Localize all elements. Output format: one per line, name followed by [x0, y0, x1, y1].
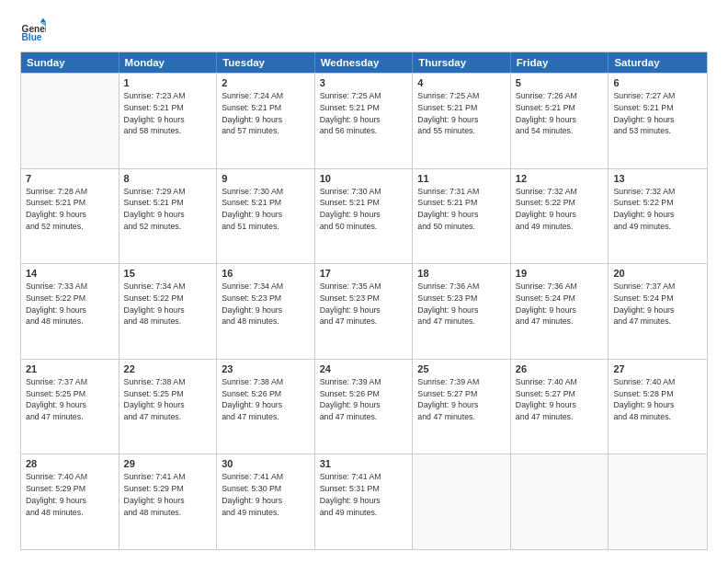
header-day-wednesday: Wednesday	[315, 52, 414, 73]
day-number: 23	[222, 363, 310, 374]
cal-cell: 24Sunrise: 7:39 AMSunset: 5:26 PMDayligh…	[315, 360, 414, 454]
day-info: Sunrise: 7:38 AMSunset: 5:26 PMDaylight:…	[222, 376, 310, 423]
cal-cell: 19Sunrise: 7:36 AMSunset: 5:24 PMDayligh…	[511, 264, 609, 359]
day-info: Sunrise: 7:40 AMSunset: 5:28 PMDaylight:…	[613, 376, 702, 423]
day-number: 13	[613, 173, 702, 184]
cal-cell: 4Sunrise: 7:25 AMSunset: 5:21 PMDaylight…	[413, 74, 511, 168]
cal-cell: 22Sunrise: 7:38 AMSunset: 5:25 PMDayligh…	[119, 360, 218, 454]
day-info: Sunrise: 7:38 AMSunset: 5:25 PMDaylight:…	[124, 376, 212, 423]
svg-text:Blue: Blue	[22, 32, 42, 42]
day-number: 9	[222, 173, 310, 184]
cal-cell: 15Sunrise: 7:34 AMSunset: 5:22 PMDayligh…	[119, 264, 218, 359]
header-day-monday: Monday	[119, 52, 218, 73]
day-number: 12	[516, 173, 604, 184]
day-info: Sunrise: 7:35 AMSunset: 5:23 PMDaylight:…	[320, 281, 408, 327]
cal-cell: 31Sunrise: 7:41 AMSunset: 5:31 PMDayligh…	[315, 454, 414, 549]
day-number: 28	[26, 458, 114, 469]
day-info: Sunrise: 7:41 AMSunset: 5:31 PMDaylight:…	[320, 471, 408, 518]
cal-cell: 29Sunrise: 7:41 AMSunset: 5:29 PMDayligh…	[119, 454, 218, 549]
day-number: 20	[613, 268, 702, 279]
day-number: 31	[320, 458, 408, 469]
cal-cell	[609, 454, 707, 549]
day-info: Sunrise: 7:40 AMSunset: 5:29 PMDaylight:…	[26, 471, 114, 518]
day-info: Sunrise: 7:39 AMSunset: 5:26 PMDaylight:…	[320, 376, 408, 423]
logo: General Blue	[20, 17, 46, 42]
day-number: 21	[26, 363, 114, 374]
cal-cell: 13Sunrise: 7:32 AMSunset: 5:22 PMDayligh…	[609, 169, 707, 264]
cal-cell: 20Sunrise: 7:37 AMSunset: 5:24 PMDayligh…	[609, 264, 707, 359]
day-number: 26	[516, 363, 604, 374]
calendar-header: SundayMondayTuesdayWednesdayThursdayFrid…	[21, 52, 707, 73]
cal-cell: 6Sunrise: 7:27 AMSunset: 5:21 PMDaylight…	[609, 74, 707, 168]
calendar-body: 1Sunrise: 7:23 AMSunset: 5:21 PMDaylight…	[21, 73, 707, 549]
week-row-1: 1Sunrise: 7:23 AMSunset: 5:21 PMDaylight…	[21, 73, 707, 168]
day-number: 18	[417, 268, 506, 279]
header-day-thursday: Thursday	[413, 52, 511, 73]
cal-cell: 27Sunrise: 7:40 AMSunset: 5:28 PMDayligh…	[609, 360, 707, 454]
day-info: Sunrise: 7:40 AMSunset: 5:27 PMDaylight:…	[516, 376, 604, 423]
day-number: 17	[320, 268, 408, 279]
week-row-5: 28Sunrise: 7:40 AMSunset: 5:29 PMDayligh…	[21, 454, 707, 549]
header-day-saturday: Saturday	[609, 52, 707, 73]
cal-cell: 26Sunrise: 7:40 AMSunset: 5:27 PMDayligh…	[511, 360, 609, 454]
day-info: Sunrise: 7:25 AMSunset: 5:21 PMDaylight:…	[417, 90, 506, 137]
day-info: Sunrise: 7:36 AMSunset: 5:23 PMDaylight:…	[417, 281, 506, 327]
day-info: Sunrise: 7:29 AMSunset: 5:21 PMDaylight:…	[124, 186, 212, 233]
cal-cell: 21Sunrise: 7:37 AMSunset: 5:25 PMDayligh…	[21, 360, 119, 454]
day-number: 6	[613, 77, 702, 88]
cal-cell: 2Sunrise: 7:24 AMSunset: 5:21 PMDaylight…	[217, 74, 315, 168]
day-number: 30	[222, 458, 310, 469]
cal-cell: 16Sunrise: 7:34 AMSunset: 5:23 PMDayligh…	[217, 264, 315, 359]
cal-cell	[511, 454, 609, 549]
day-info: Sunrise: 7:25 AMSunset: 5:21 PMDaylight:…	[320, 90, 408, 137]
calendar: SundayMondayTuesdayWednesdayThursdayFrid…	[20, 52, 708, 550]
day-info: Sunrise: 7:37 AMSunset: 5:24 PMDaylight:…	[613, 281, 702, 327]
cal-cell: 8Sunrise: 7:29 AMSunset: 5:21 PMDaylight…	[119, 169, 218, 264]
cal-cell: 9Sunrise: 7:30 AMSunset: 5:21 PMDaylight…	[217, 169, 315, 264]
cal-cell: 14Sunrise: 7:33 AMSunset: 5:22 PMDayligh…	[21, 264, 119, 359]
day-info: Sunrise: 7:32 AMSunset: 5:22 PMDaylight:…	[613, 186, 702, 233]
day-info: Sunrise: 7:28 AMSunset: 5:21 PMDaylight:…	[26, 186, 114, 233]
day-info: Sunrise: 7:26 AMSunset: 5:21 PMDaylight:…	[516, 90, 604, 137]
day-number: 29	[124, 458, 212, 469]
day-info: Sunrise: 7:34 AMSunset: 5:22 PMDaylight:…	[124, 281, 212, 327]
page: General Blue SundayMondayTuesdayWednesda…	[0, 0, 728, 563]
day-number: 27	[613, 363, 702, 374]
cal-cell: 18Sunrise: 7:36 AMSunset: 5:23 PMDayligh…	[413, 264, 511, 359]
day-number: 4	[417, 77, 506, 88]
day-info: Sunrise: 7:27 AMSunset: 5:21 PMDaylight:…	[613, 90, 702, 137]
day-info: Sunrise: 7:24 AMSunset: 5:21 PMDaylight:…	[222, 90, 310, 137]
day-info: Sunrise: 7:39 AMSunset: 5:27 PMDaylight:…	[417, 376, 506, 423]
svg-marker-2	[40, 18, 46, 23]
day-number: 22	[124, 363, 212, 374]
cal-cell: 25Sunrise: 7:39 AMSunset: 5:27 PMDayligh…	[413, 360, 511, 454]
header-day-sunday: Sunday	[21, 52, 119, 73]
cal-cell: 17Sunrise: 7:35 AMSunset: 5:23 PMDayligh…	[315, 264, 414, 359]
cal-cell: 30Sunrise: 7:41 AMSunset: 5:30 PMDayligh…	[217, 454, 315, 549]
cal-cell	[21, 74, 119, 168]
day-info: Sunrise: 7:31 AMSunset: 5:21 PMDaylight:…	[417, 186, 506, 233]
day-number: 15	[124, 268, 212, 279]
cal-cell: 5Sunrise: 7:26 AMSunset: 5:21 PMDaylight…	[511, 74, 609, 168]
day-number: 10	[320, 173, 408, 184]
day-info: Sunrise: 7:37 AMSunset: 5:25 PMDaylight:…	[26, 376, 114, 423]
cal-cell: 28Sunrise: 7:40 AMSunset: 5:29 PMDayligh…	[21, 454, 119, 549]
day-info: Sunrise: 7:34 AMSunset: 5:23 PMDaylight:…	[222, 281, 310, 327]
cal-cell: 12Sunrise: 7:32 AMSunset: 5:22 PMDayligh…	[511, 169, 609, 264]
cal-cell: 23Sunrise: 7:38 AMSunset: 5:26 PMDayligh…	[217, 360, 315, 454]
cal-cell: 11Sunrise: 7:31 AMSunset: 5:21 PMDayligh…	[413, 169, 511, 264]
day-info: Sunrise: 7:30 AMSunset: 5:21 PMDaylight:…	[320, 186, 408, 233]
cal-cell: 3Sunrise: 7:25 AMSunset: 5:21 PMDaylight…	[315, 74, 414, 168]
cal-cell: 10Sunrise: 7:30 AMSunset: 5:21 PMDayligh…	[315, 169, 414, 264]
day-info: Sunrise: 7:32 AMSunset: 5:22 PMDaylight:…	[516, 186, 604, 233]
week-row-4: 21Sunrise: 7:37 AMSunset: 5:25 PMDayligh…	[21, 359, 707, 454]
week-row-2: 7Sunrise: 7:28 AMSunset: 5:21 PMDaylight…	[21, 168, 707, 264]
cal-cell: 1Sunrise: 7:23 AMSunset: 5:21 PMDaylight…	[119, 74, 218, 168]
header-day-tuesday: Tuesday	[217, 52, 315, 73]
day-number: 2	[222, 77, 310, 88]
day-number: 25	[417, 363, 506, 374]
day-number: 8	[124, 173, 212, 184]
day-info: Sunrise: 7:23 AMSunset: 5:21 PMDaylight:…	[124, 90, 212, 137]
cal-cell: 7Sunrise: 7:28 AMSunset: 5:21 PMDaylight…	[21, 169, 119, 264]
day-number: 14	[26, 268, 114, 279]
